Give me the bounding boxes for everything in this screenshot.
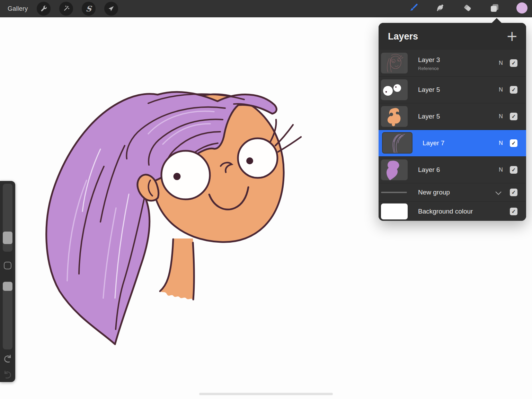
group-thumbnail-line [381,192,407,193]
brush-size-slider[interactable] [3,184,12,252]
layers-panel-title: Layers [388,31,418,42]
group-name: New group [418,189,450,196]
neck-shape [160,238,194,300]
right-eye [238,138,277,178]
visibility-checkbox[interactable]: ✓ [510,86,517,94]
color-swatch-circle [516,2,528,16]
layer-thumbnail[interactable] [381,79,408,100]
layer-row-selected[interactable]: Layer 7 N ✓ [379,130,526,156]
modify-button[interactable] [4,262,11,269]
layer-name: Layer 7 [423,139,444,147]
brush-size-handle[interactable] [3,232,12,244]
layer-name: Layer 5 [418,86,440,94]
layers-panel-header: Layers + [379,23,526,50]
home-indicator[interactable] [199,393,333,395]
left-pupil [174,173,181,180]
layer-thumbnail[interactable] [381,106,408,127]
layer-thumbnail[interactable] [381,159,408,180]
blend-mode-button[interactable]: N [497,87,504,93]
color-tool-button[interactable] [514,0,530,17]
visibility-checkbox[interactable]: ✓ [510,139,517,147]
layers-panel: Layers + [379,23,526,221]
brush-icon [408,3,419,15]
visibility-checkbox[interactable]: ✓ [510,59,517,67]
layer-name: Layer 3 [418,56,440,64]
layer-name: Layer 5 [418,113,440,120]
layer-subtitle: Reference [418,66,439,71]
undo-icon [3,359,12,365]
opacity-slider[interactable] [3,281,12,349]
background-colour-row[interactable]: Background colour ✓ [379,202,526,221]
adjustments-button[interactable] [59,2,73,16]
visibility-checkbox[interactable]: ✓ [510,189,517,196]
visibility-checkbox[interactable]: ✓ [510,166,517,174]
top-toolbar: Gallery S [0,0,532,17]
blend-mode-button[interactable]: N [497,140,504,146]
smudge-icon [435,3,445,15]
transform-arrow-icon [107,5,115,12]
layer-row[interactable]: Layer 5 N ✓ [379,77,526,103]
opacity-handle[interactable] [3,282,12,291]
actions-button[interactable] [37,2,51,16]
layer-name: Layer 6 [418,166,440,174]
redo-button[interactable] [3,370,12,380]
layer-row[interactable]: Layer 6 N ✓ [379,157,526,183]
gallery-button[interactable]: Gallery [8,5,28,12]
visibility-checkbox[interactable]: ✓ [510,208,517,215]
blend-mode-button[interactable]: N [497,113,504,120]
transform-button[interactable] [104,2,118,16]
background-name: Background colour [418,208,473,215]
magic-wand-icon [62,5,70,12]
layer-thumbnail[interactable] [381,53,408,73]
chevron-down-icon[interactable] [495,190,502,197]
selection-button[interactable]: S [82,2,96,16]
panel-notch [491,18,502,23]
eraser-tool-button[interactable] [460,0,476,17]
redo-icon [3,375,12,381]
left-eye [161,151,210,199]
layer-row[interactable]: Layer 5 N ✓ [379,103,526,130]
add-layer-button[interactable]: + [506,29,518,43]
right-pupil [246,157,253,164]
procreate-screen: Gallery S [0,0,532,399]
layer-thumbnail[interactable] [382,132,413,154]
selection-s-icon: S [86,4,92,13]
layer-row[interactable]: Layer 3 Reference N ✓ [379,50,526,76]
smudge-tool-button[interactable] [432,0,448,17]
group-row[interactable]: New group ✓ [379,183,526,201]
layers-icon [489,3,500,15]
brush-tool-button[interactable] [406,0,422,17]
visibility-checkbox[interactable]: ✓ [510,113,517,120]
layers-tool-button[interactable] [487,0,503,17]
wrench-icon [40,5,47,12]
blend-mode-button[interactable]: N [497,167,504,173]
background-thumbnail[interactable] [381,203,408,219]
undo-button[interactable] [3,354,12,364]
eraser-icon [462,3,473,15]
brush-sidebar [0,181,15,382]
layer-list: Layer 3 Reference N ✓ Layer 5 N ✓ [379,50,526,221]
blend-mode-button[interactable]: N [497,60,504,66]
